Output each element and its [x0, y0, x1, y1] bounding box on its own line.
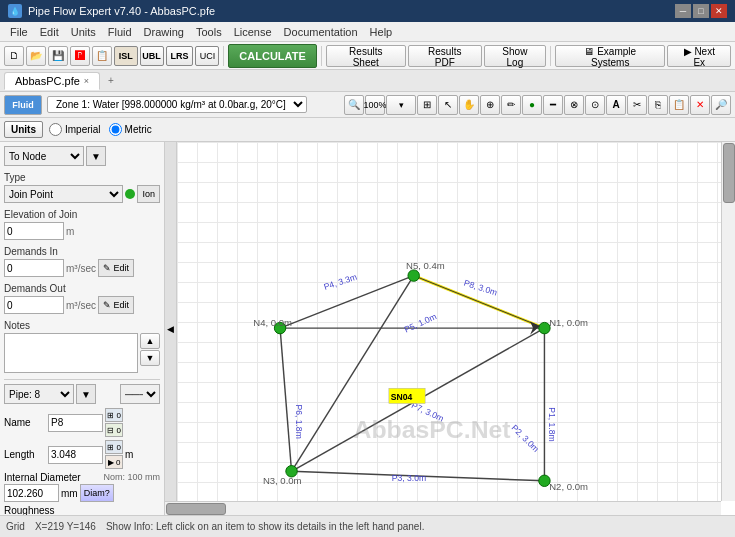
type-select[interactable]: Join Point [4, 185, 123, 203]
line-select[interactable]: ───── [120, 384, 160, 404]
demands-in-input[interactable] [4, 259, 64, 277]
metric-radio-input[interactable] [109, 123, 122, 136]
results-pdf-button[interactable]: Results PDF [408, 45, 482, 67]
imperial-radio[interactable]: Imperial [49, 123, 101, 136]
fluid-icon-btn[interactable]: Fluid [4, 95, 42, 115]
diameter-section: Internal Diameter Nom: 100 mm mm Diam? [4, 472, 160, 502]
tab-close-btn[interactable]: × [84, 76, 89, 86]
watermark: AbbasPC.Net [354, 416, 511, 443]
demands-out-input[interactable] [4, 296, 64, 314]
cut-icon[interactable]: ✂ [627, 95, 647, 115]
name-input[interactable] [48, 414, 103, 432]
menu-fluid[interactable]: Fluid [102, 24, 138, 40]
notes-textarea[interactable] [4, 333, 138, 373]
tab-add-btn[interactable]: + [102, 73, 120, 88]
diagram-svg[interactable]: N4, 0.0m N5, 0.4m N1, 0.0m N3, 0.0m N2, … [177, 142, 721, 514]
canvas-area[interactable]: ◀ [165, 142, 735, 515]
valve-icon[interactable]: ⊗ [564, 95, 584, 115]
pipe-p1-label: P1, 1.8m [547, 407, 557, 441]
demands-out-edit-btn[interactable]: ✎ Edit [98, 296, 134, 314]
node-icon[interactable]: ● [522, 95, 542, 115]
demands-out-section: Demands Out m³/sec ✎ Edit [4, 283, 160, 314]
node-arrow-btn[interactable]: ▼ [86, 146, 106, 166]
menu-tools[interactable]: Tools [190, 24, 228, 40]
scroll-thumb-v[interactable] [723, 143, 735, 203]
draw-icon[interactable]: ✏ [501, 95, 521, 115]
menu-documentation[interactable]: Documentation [278, 24, 364, 40]
pipe-p3-label: P3, 3.0m [392, 473, 426, 483]
type-section: Type Join Point Ion [4, 172, 160, 203]
diameter-label: Internal Diameter [4, 472, 81, 483]
example-systems-button[interactable]: 🖥 Example Systems [555, 45, 665, 67]
status-bar: Grid X=219 Y=146 Show Info: Left click o… [0, 515, 735, 537]
canvas-scrollbar-v[interactable] [721, 142, 735, 501]
paste-icon[interactable]: 📋 [669, 95, 689, 115]
elevation-input[interactable] [4, 222, 64, 240]
metric-radio[interactable]: Metric [109, 123, 152, 136]
pipe-icon[interactable]: ━ [543, 95, 563, 115]
menu-drawing[interactable]: Drawing [138, 24, 190, 40]
search-icon[interactable]: 🔎 [711, 95, 731, 115]
text-icon[interactable]: A [606, 95, 626, 115]
close-button[interactable]: ✕ [711, 4, 727, 18]
pipe-select[interactable]: Pipe: 8 [4, 384, 74, 404]
status-info: Show Info: Left click on an item to show… [106, 521, 425, 532]
pointer-icon[interactable]: ↖ [438, 95, 458, 115]
hand-icon[interactable]: ✋ [459, 95, 479, 115]
toolbar-icon-4[interactable]: 🅿 [70, 46, 90, 66]
canvas-scrollbar-h[interactable] [165, 501, 721, 515]
menu-license[interactable]: License [228, 24, 278, 40]
zone-selector[interactable]: Zone 1: Water [998.000000 kg/m³ at 0.0ba… [47, 96, 307, 113]
pan-icon[interactable]: ⊕ [480, 95, 500, 115]
diam-btn[interactable]: Diam? [80, 484, 114, 502]
pipe-p4-label: P4, 3.3m [322, 272, 358, 292]
scroll-thumb-h[interactable] [166, 503, 226, 515]
toolbar-icon-5[interactable]: 📋 [92, 46, 112, 66]
diameter-input[interactable] [4, 484, 59, 502]
fit-icon[interactable]: ⊞ [417, 95, 437, 115]
node-n2-label: N2, 0.0m [549, 481, 588, 492]
left-panel: To Node ▼ Type Join Point Ion Elevation … [0, 142, 165, 515]
toolbar-icon-8[interactable]: UCI [195, 46, 219, 66]
menu-bar: File Edit Units Fluid Drawing Tools Lice… [0, 22, 735, 42]
menu-edit[interactable]: Edit [34, 24, 65, 40]
toolbar-icon-6[interactable]: UBL [140, 46, 164, 66]
window-controls[interactable]: ─ □ ✕ [675, 4, 727, 18]
demands-out-label: Demands Out [4, 283, 160, 294]
toolbar-icon-lrg[interactable]: ISL [114, 46, 138, 66]
copy-icon[interactable]: ⎘ [648, 95, 668, 115]
notes-up-btn[interactable]: ▲ [140, 333, 160, 349]
maximize-button[interactable]: □ [693, 4, 709, 18]
zoom-out-icon[interactable]: 100% [365, 95, 385, 115]
minimize-button[interactable]: ─ [675, 4, 691, 18]
canvas-collapse-btn[interactable]: ◀ [165, 142, 177, 515]
show-log-button[interactable]: Show Log [484, 45, 546, 67]
next-ex-button[interactable]: ▶ Next Ex [667, 45, 731, 67]
units-btn[interactable]: Units [4, 121, 43, 138]
toolbar-icon-7[interactable]: LRS [166, 46, 194, 66]
demands-in-edit-btn[interactable]: ✎ Edit [98, 259, 134, 277]
pipe-arrow-btn[interactable]: ▼ [76, 384, 96, 404]
tab-bar: AbbasPC.pfe × + [0, 70, 735, 92]
menu-help[interactable]: Help [364, 24, 399, 40]
pipe-n4-n3[interactable] [280, 328, 291, 471]
notes-down-btn[interactable]: ▼ [140, 350, 160, 366]
length-input[interactable] [48, 446, 103, 464]
zoom-select[interactable]: ▾ [386, 95, 416, 115]
pump-icon[interactable]: ⊙ [585, 95, 605, 115]
results-sheet-button[interactable]: Results Sheet [326, 45, 406, 67]
menu-units[interactable]: Units [65, 24, 102, 40]
toolbar-icon-2[interactable]: 📂 [26, 46, 46, 66]
menu-file[interactable]: File [4, 24, 34, 40]
imperial-radio-input[interactable] [49, 123, 62, 136]
calculate-button[interactable]: CALCULATE [228, 44, 316, 68]
delete-icon[interactable]: ✕ [690, 95, 710, 115]
node-n3-label: N3, 0.0m [263, 475, 302, 486]
node-n5-circle[interactable] [408, 270, 419, 281]
active-tab[interactable]: AbbasPC.pfe × [4, 72, 100, 90]
node-select[interactable]: To Node [4, 146, 84, 166]
toolbar-icon-1[interactable]: 🗋 [4, 46, 24, 66]
toolbar-icon-3[interactable]: 💾 [48, 46, 68, 66]
zoom-in-icon[interactable]: 🔍 [344, 95, 364, 115]
ion-btn[interactable]: Ion [137, 185, 160, 203]
